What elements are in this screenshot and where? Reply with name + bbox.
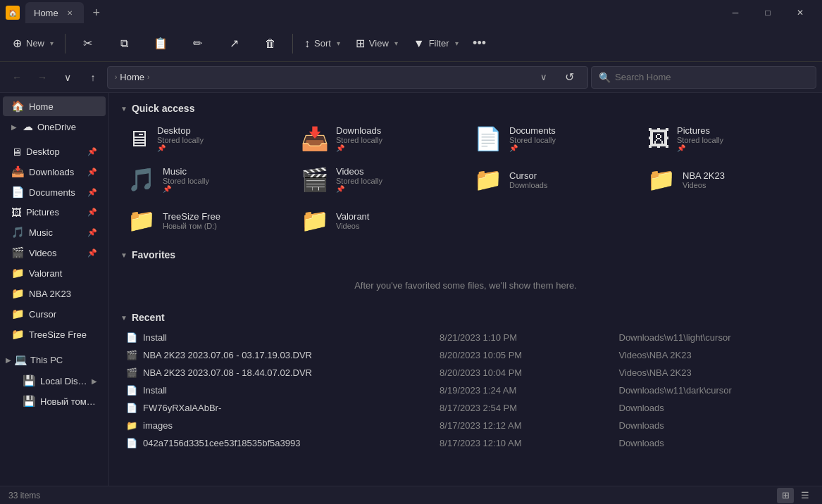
folder-card-pictures[interactable]: 🖼 Pictures Stored locally 📌 <box>640 120 811 158</box>
recent-name-cell: 📄 FW76yRXalAAbBr- <box>120 399 434 417</box>
rename-button[interactable]: ✏ <box>180 28 215 59</box>
folder-card-desktop[interactable]: 🖥 Desktop Stored locally 📌 <box>120 120 291 158</box>
folder-card-nba2k23[interactable]: 📁 NBA 2K23 Videos <box>640 160 811 199</box>
minimize-button[interactable]: ─ <box>719 0 752 25</box>
nba2k23-folder-icon: 📁 <box>647 166 675 193</box>
sidebar-item-onedrive[interactable]: ▶ ☁ OneDrive <box>3 117 106 137</box>
recent-row[interactable]: 🎬 NBA 2K23 2023.07.06 - 03.17.19.03.DVR … <box>120 346 811 364</box>
tab-close-button[interactable]: ✕ <box>64 7 75 18</box>
recent-name-cell: 📄 Install <box>120 329 434 346</box>
pictures-folder-info: Pictures Stored locally 📌 <box>677 125 723 152</box>
recent-row[interactable]: 📄 Install 8/21/2023 1:10 PM Downloads\w1… <box>120 329 811 346</box>
separator-2 <box>292 34 293 53</box>
share-icon: ↗ <box>230 37 239 50</box>
address-dropdown-button[interactable]: ∨ <box>535 66 552 89</box>
recent-date-cell: 8/21/2023 1:10 PM <box>434 329 613 346</box>
content-area: ▼ Quick access 🖥 Desktop Stored locally … <box>109 93 822 486</box>
delete-button[interactable]: 🗑 <box>253 28 288 59</box>
recent-row[interactable]: 📄 Install 8/19/2023 1:24 AM Downloads\w1… <box>120 382 811 399</box>
sidebar-item-pictures[interactable]: 🖼 Pictures 📌 <box>3 203 106 222</box>
view-dropdown-arrow: ▾ <box>394 39 398 47</box>
nba2k23-folder-sub: Videos <box>683 181 725 189</box>
sidebar-item-desktop[interactable]: 🖥 Desktop 📌 <box>3 142 106 161</box>
sidebar: 🏠 Home ▶ ☁ OneDrive 🖥 Desktop 📌 📥 Downlo… <box>0 93 109 486</box>
breadcrumb-home[interactable]: Home <box>120 72 144 82</box>
breadcrumb-arrow-home: › <box>115 73 117 81</box>
delete-icon: 🗑 <box>265 37 276 50</box>
sidebar-item-localDisk[interactable]: 💾 Local Disk (C:) ▶ <box>3 371 106 391</box>
cut-button[interactable]: ✂ <box>70 28 105 59</box>
sidebar-pictures-label: Pictures <box>26 207 83 218</box>
close-button[interactable]: ✕ <box>784 0 816 25</box>
folder-card-downloads[interactable]: 📥 Downloads Stored locally 📌 <box>294 120 464 158</box>
back-button[interactable]: ← <box>6 66 28 89</box>
sidebar-item-videos[interactable]: 🎬 Videos 📌 <box>3 243 106 263</box>
address-bar[interactable]: › Home › ∨ ↺ <box>107 66 588 89</box>
grid-view-button[interactable]: ⊞ <box>777 488 794 503</box>
new-button[interactable]: ⊕ New ▾ <box>6 28 61 59</box>
recent-location-cell: Downloads <box>614 417 811 434</box>
sidebar-thispc-header[interactable]: ▶ 💻 This PC <box>0 349 108 370</box>
treesizefree-folder-name: TreeSize Free <box>163 211 220 222</box>
music-pin-icon: 📌 <box>87 228 97 237</box>
new-tab-button[interactable]: + <box>87 3 106 23</box>
share-button[interactable]: ↗ <box>216 28 251 59</box>
sort-label: Sort <box>314 38 331 49</box>
sidebar-item-documents[interactable]: 📄 Documents 📌 <box>3 182 106 202</box>
pictures-pin-icon: 📌 <box>87 208 97 217</box>
forward-button[interactable]: → <box>31 66 54 89</box>
copy-button[interactable]: ⧉ <box>106 28 142 59</box>
recent-row[interactable]: 📁 images 8/17/2023 12:12 AM Downloads <box>120 417 811 434</box>
folder-card-music[interactable]: 🎵 Music Stored locally 📌 <box>120 160 291 199</box>
recent-name-cell: 📄 042a7156d3351cee53f18535bf5a3993 <box>120 434 434 452</box>
search-input[interactable] <box>615 72 809 82</box>
quick-access-header[interactable]: ▼ Quick access <box>120 99 811 120</box>
address-bar-actions: ∨ <box>535 66 552 89</box>
sort-button[interactable]: ↕ Sort ▾ <box>297 28 347 59</box>
view-button[interactable]: ⊞ View ▾ <box>349 28 405 59</box>
recent-name-cell: 🎬 NBA 2K23 2023.07.08 - 18.44.07.02.DVR <box>120 364 434 382</box>
treesizefree-folder-info: TreeSize Free Новый том (D:) <box>163 211 220 230</box>
sidebar-item-downloads[interactable]: 📥 Downloads 📌 <box>3 162 106 182</box>
home-tab[interactable]: Home ✕ <box>25 2 84 23</box>
sidebar-item-music[interactable]: 🎵 Music 📌 <box>3 222 106 242</box>
sidebar-item-cursor[interactable]: 📁 Cursor <box>3 304 106 324</box>
search-box[interactable]: 🔍 <box>591 66 816 89</box>
up-button[interactable]: ↑ <box>82 66 104 89</box>
maximize-button[interactable]: □ <box>752 0 784 25</box>
sidebar-item-nba2k23[interactable]: 📁 NBA 2K23 <box>3 284 106 303</box>
treesizefree-folder-sub: Новый том (D:) <box>163 222 220 230</box>
refresh-button[interactable]: ↺ <box>558 66 580 89</box>
recent-row[interactable]: 📄 FW76yRXalAAbBr- 8/17/2023 2:54 PM Down… <box>120 399 811 417</box>
folder-card-videos[interactable]: 🎬 Videos Stored locally 📌 <box>294 160 464 199</box>
pictures-folder-pin: 📌 <box>677 144 723 152</box>
recent-locations-button[interactable]: ∨ <box>56 66 79 89</box>
recent-row[interactable]: 🎬 NBA 2K23 2023.07.08 - 18.44.07.02.DVR … <box>120 364 811 382</box>
recent-location-cell: Downloads <box>614 399 811 417</box>
desktop-folder-sub: Stored locally <box>157 136 204 144</box>
folder-card-documents[interactable]: 📄 Documents Stored locally 📌 <box>467 120 637 158</box>
folder-card-treesizefree[interactable]: 📁 TreeSize Free Новый том (D:) <box>120 201 291 239</box>
more-button[interactable]: ••• <box>467 31 492 56</box>
recent-row[interactable]: 📄 042a7156d3351cee53f18535bf5a3993 8/17/… <box>120 434 811 452</box>
filter-button[interactable]: ▼ Filter ▾ <box>406 28 466 59</box>
cursor-sidebar-icon: 📁 <box>11 308 25 320</box>
sidebar-item-home[interactable]: 🏠 Home <box>3 96 106 116</box>
spacer-1 <box>0 137 108 141</box>
paste-button[interactable]: 📋 <box>143 28 178 59</box>
recent-table: 📄 Install 8/21/2023 1:10 PM Downloads\w1… <box>120 329 811 452</box>
favorites-expand-icon: ▼ <box>120 251 127 259</box>
recent-location-cell: Downloads\w11\dark\cursor <box>614 382 811 399</box>
valorant-folder-name: Valorant <box>336 211 369 222</box>
sidebar-item-valorant[interactable]: 📁 Valorant <box>3 263 106 283</box>
list-view-button[interactable]: ☰ <box>797 488 814 503</box>
favorites-header[interactable]: ▼ Favorites <box>120 245 811 266</box>
documents-folder-info: Documents Stored locally 📌 <box>509 125 556 152</box>
recent-header[interactable]: ▼ Recent <box>120 308 811 329</box>
sidebar-newvolume-label: Новый том (D:) <box>40 396 97 407</box>
folder-card-valorant[interactable]: 📁 Valorant Videos <box>294 201 464 239</box>
sidebar-item-treesizefree[interactable]: 📁 TreeSize Free <box>3 325 106 344</box>
sidebar-localdisk-label: Local Disk (C:) <box>40 376 87 386</box>
sidebar-item-newvolume[interactable]: 💾 Новый том (D:) <box>3 391 106 411</box>
folder-card-cursor[interactable]: 📁 Cursor Downloads <box>467 160 637 199</box>
